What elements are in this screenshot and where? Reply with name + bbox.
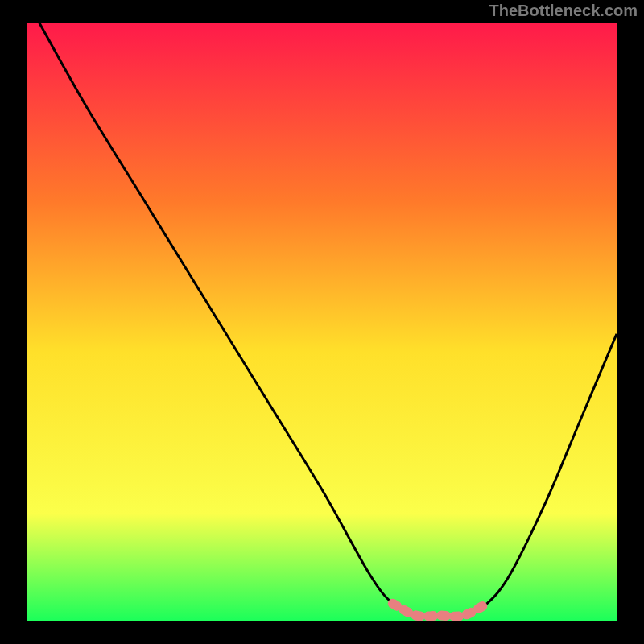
watermark-text: TheBottleneck.com [489,2,638,20]
plot-background [27,23,617,621]
chart-container: TheBottleneck.com [0,0,644,644]
bottleneck-chart [0,0,644,644]
